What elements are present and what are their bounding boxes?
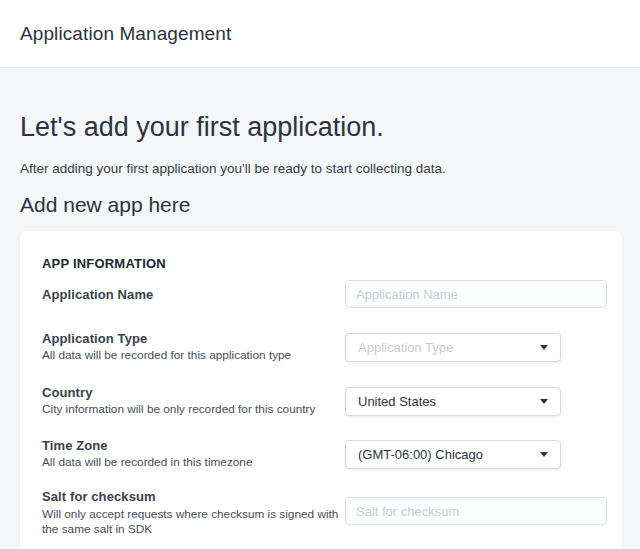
timezone-select-value: (GMT-06:00) Chicago — [358, 447, 483, 462]
salt-label: Salt for checksum — [42, 490, 342, 504]
top-header-bar: Application Management — [0, 0, 640, 68]
application-name-label: Application Name — [42, 288, 342, 302]
application-name-input[interactable] — [345, 280, 607, 308]
caret-down-icon — [540, 345, 548, 350]
country-select[interactable]: United States — [345, 387, 561, 416]
salt-description: Will only accept requests where checksum… — [42, 507, 344, 537]
timezone-label: Time Zone — [42, 439, 342, 453]
timezone-select[interactable]: (GMT-06:00) Chicago — [345, 440, 561, 469]
application-type-label: Application Type — [42, 332, 342, 346]
app-information-card: APP INFORMATION Application Name Applica… — [20, 231, 622, 549]
caret-down-icon — [540, 399, 548, 404]
caret-down-icon — [540, 452, 548, 457]
welcome-subheading: After adding your first application you'… — [20, 161, 446, 177]
page-title: Application Management — [20, 23, 231, 45]
country-description: City information will be only recorded f… — [42, 402, 344, 417]
timezone-description: All data will be recorded in this timezo… — [42, 455, 344, 470]
country-label: Country — [42, 386, 342, 400]
country-select-value: United States — [358, 394, 436, 409]
add-new-app-section-title: Add new app here — [20, 193, 190, 217]
application-type-select[interactable]: Application Type — [345, 333, 561, 362]
salt-input[interactable] — [345, 497, 607, 525]
application-type-description: All data will be recorded for this appli… — [42, 348, 344, 363]
application-type-select-value: Application Type — [358, 340, 453, 355]
welcome-heading: Let's add your first application. — [20, 111, 384, 143]
app-information-label: APP INFORMATION — [42, 256, 166, 271]
